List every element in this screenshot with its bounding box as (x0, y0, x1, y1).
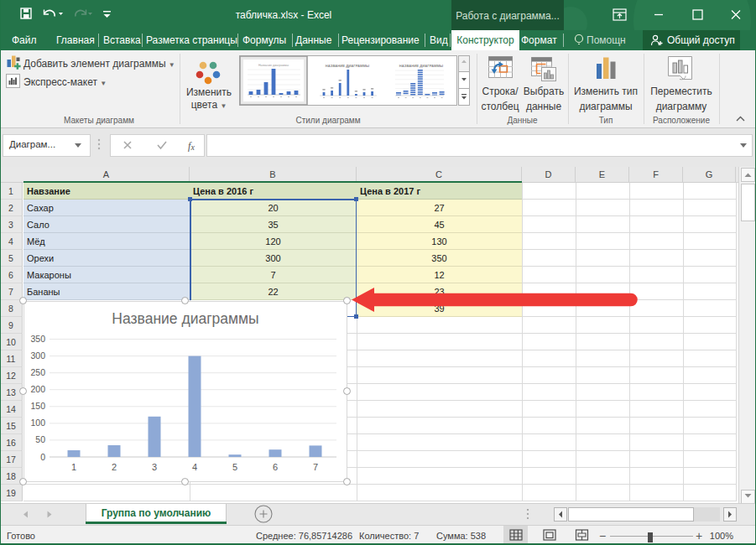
svg-text:4: 4 (192, 462, 197, 472)
svg-text:Название диаграммы: Название диаграммы (258, 64, 289, 67)
svg-text:200: 200 (30, 384, 45, 394)
svg-text:300: 300 (30, 350, 45, 361)
svg-text:2: 2 (112, 462, 117, 472)
svg-text:350: 350 (30, 334, 45, 344)
svg-text:1: 1 (71, 462, 76, 472)
svg-text:5: 5 (232, 462, 237, 472)
svg-text:3: 3 (152, 462, 157, 472)
svg-text:6: 6 (273, 462, 278, 472)
svg-text:150: 150 (30, 401, 45, 411)
svg-text:100: 100 (30, 418, 45, 428)
svg-text:fx: fx (188, 140, 195, 152)
svg-text:250: 250 (30, 367, 45, 377)
svg-text:50: 50 (35, 434, 45, 444)
svg-text:0: 0 (40, 452, 45, 462)
svg-text:НАЗВАНИЕ ДИАГРАММЫ: НАЗВАНИЕ ДИАГРАММЫ (399, 64, 443, 68)
svg-text:7: 7 (313, 462, 318, 472)
